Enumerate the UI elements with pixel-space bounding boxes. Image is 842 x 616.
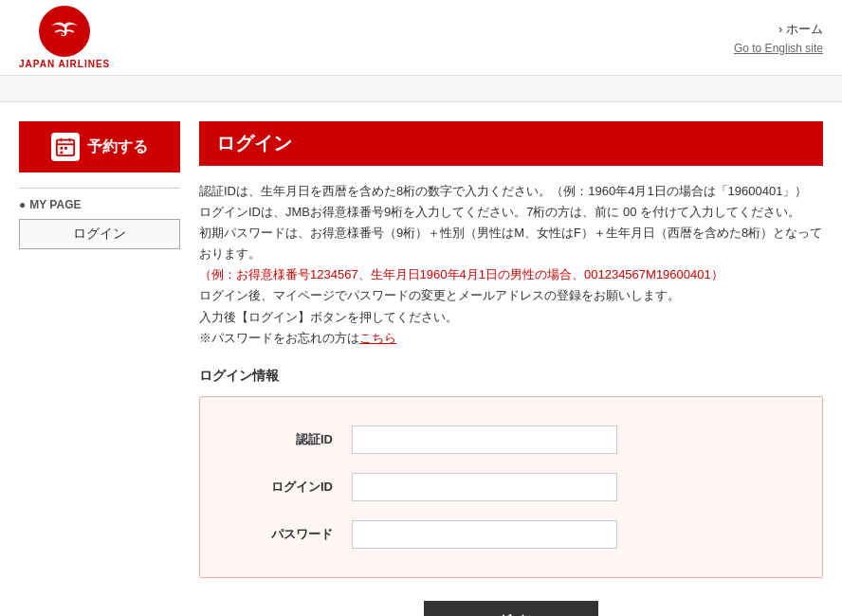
reserve-button[interactable]: 予約する bbox=[19, 121, 180, 172]
logo-area: J JAPAN AIRLINES bbox=[19, 6, 110, 69]
password-label: パスワード bbox=[229, 526, 352, 543]
svg-rect-6 bbox=[61, 147, 64, 150]
auth-id-label: 認証ID bbox=[229, 431, 352, 448]
login-id-input[interactable] bbox=[352, 473, 617, 501]
desc-line-4: （例：お得意様番号1234567、生年月日1960年4月1日の男性の場合、001… bbox=[199, 264, 823, 285]
desc-line-1: 認証IDは、生年月日を西暦を含めた8桁の数字で入力ください。（例：1960年4月… bbox=[199, 181, 823, 202]
svg-rect-8 bbox=[61, 152, 64, 154]
login-submit-button[interactable]: ログイン bbox=[424, 601, 598, 616]
jal-text-label: JAPAN AIRLINES bbox=[19, 59, 110, 69]
content-area: ログイン 認証IDは、生年月日を西暦を含めた8桁の数字で入力ください。（例：19… bbox=[199, 121, 823, 616]
desc-line-6: 入力後【ログイン】ボタンを押してください。 bbox=[199, 307, 823, 328]
login-form-box: 認証ID ログインID パスワード bbox=[199, 396, 823, 578]
jal-logo: J bbox=[39, 6, 90, 57]
auth-id-row: 認証ID bbox=[229, 416, 794, 463]
page-title: ログイン bbox=[199, 121, 823, 166]
form-section-title: ログイン情報 bbox=[199, 368, 823, 385]
english-site-link[interactable]: Go to English site bbox=[734, 42, 823, 55]
mypage-section: ● MY PAGE ログイン bbox=[19, 188, 180, 249]
desc-line-5: ログイン後、マイページでパスワードの変更とメールアドレスの登録をお願いします。 bbox=[199, 285, 823, 306]
reserve-icon bbox=[51, 133, 80, 161]
jal-logo-svg: J bbox=[44, 10, 85, 52]
description-text: 認証IDは、生年月日を西暦を含めた8桁の数字で入力ください。（例：1960年4月… bbox=[199, 181, 823, 349]
person-icon: ● bbox=[19, 198, 26, 211]
password-row: パスワード bbox=[229, 511, 794, 558]
login-id-row: ログインID bbox=[229, 463, 794, 511]
login-button-area: ログイン bbox=[199, 601, 823, 616]
header-nav: ホーム Go to English site bbox=[734, 21, 823, 55]
sidebar: 予約する ● MY PAGE ログイン bbox=[19, 121, 180, 616]
reserve-label: 予約する bbox=[87, 137, 148, 157]
svg-rect-7 bbox=[64, 147, 67, 150]
desc-line-7: ※パスワードをお忘れの方はこちら bbox=[199, 328, 823, 349]
main-wrapper: 予約する ● MY PAGE ログイン ログイン 認証IDは、生年月日を西暦を含… bbox=[0, 102, 842, 616]
desc-line-3: 初期パスワードは、お得意様番号（9桁）＋性別（男性はM、女性はF）＋生年月日（西… bbox=[199, 223, 823, 264]
login-id-label: ログインID bbox=[229, 479, 352, 496]
sidebar-login-button[interactable]: ログイン bbox=[19, 219, 180, 249]
calendar-icon bbox=[55, 136, 76, 157]
auth-id-input[interactable] bbox=[352, 426, 617, 454]
header: J JAPAN AIRLINES ホーム Go to English site bbox=[0, 0, 842, 76]
password-input[interactable] bbox=[352, 520, 617, 549]
mypage-label: ● MY PAGE bbox=[19, 198, 180, 211]
forgot-password-link[interactable]: こちら bbox=[359, 331, 396, 345]
top-nav-bar bbox=[0, 76, 842, 102]
desc-line-2: ログインIDは、JMBお得意様番号9桁を入力してください。7桁の方は、前に 00… bbox=[199, 202, 823, 223]
home-link[interactable]: ホーム bbox=[778, 21, 823, 38]
